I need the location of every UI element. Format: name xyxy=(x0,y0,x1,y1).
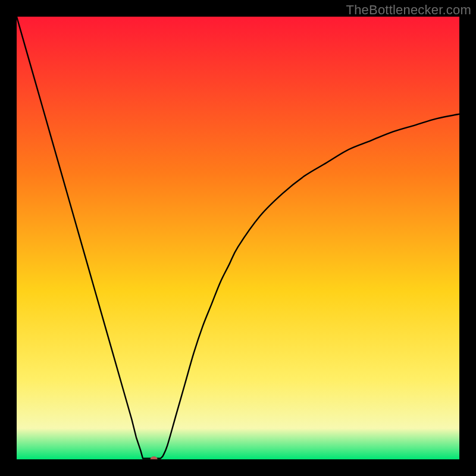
watermark-text: TheBottlenecker.com xyxy=(346,2,471,18)
gradient-background xyxy=(17,17,459,459)
chart-svg xyxy=(17,17,459,459)
chart-frame: TheBottlenecker.com xyxy=(0,0,476,476)
plot-area xyxy=(17,17,459,459)
